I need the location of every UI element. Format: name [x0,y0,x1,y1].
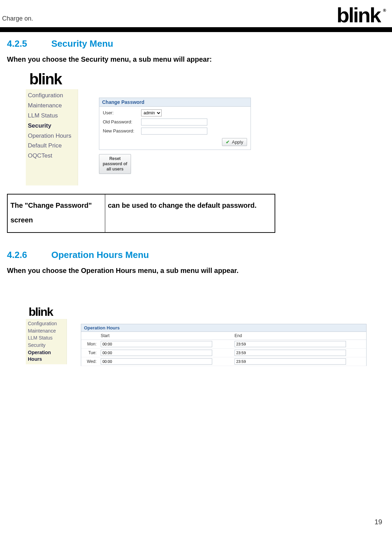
sidebar-operation-hours: Configuration Maintenance LLM Status Sec… [26,319,67,364]
section-heading-security: 4.2.5 Security Menu [7,38,385,49]
day-label: Tue: [81,348,99,357]
day-label: Mon: [81,340,99,348]
sidebar-item-oqctest[interactable]: OQCTest [28,151,76,161]
start-column-header: Start [99,332,232,340]
user-label: User: [103,110,141,115]
section-intro: When you choose the Operation Hours menu… [7,267,385,275]
description-table: The "Change Password" screen can be used… [7,194,275,233]
operation-hours-table: Start End Mon: Tue: [81,332,366,366]
new-password-label: New Password: [103,128,141,134]
apply-button-label: Apply [232,139,243,145]
new-password-input[interactable] [141,128,207,135]
brand-logo-text: blink [337,3,380,27]
brand-logo: blink® [337,7,385,24]
page-header: Charge on. blink® [0,0,392,27]
check-icon: ✔ [226,139,230,145]
panel-title: Operation Hours [81,324,366,332]
sidebar-item-operation-hours[interactable]: Operation Hours [28,349,64,363]
section-number: 4.2.6 [7,250,49,260]
operation-hours-panel: Operation Hours Start End Mon: [81,324,367,366]
sidebar-item-security[interactable]: Security [28,121,76,131]
old-password-input[interactable] [141,119,207,125]
table-row: Tue: [81,348,366,357]
sidebar-item-llm-status[interactable]: LLM Status [28,111,76,121]
end-time-input[interactable] [235,358,346,365]
sidebar-item-llm-status[interactable]: LLM Status [28,334,64,342]
security-screenshot: blink Configuration Maintenance LLM Stat… [26,72,385,185]
section-heading-operation-hours: 4.2.6 Operation Hours Menu [7,250,385,260]
reset-all-passwords-button[interactable]: Reset password of all users [99,154,131,174]
tagline-text: Charge on. [2,15,33,22]
change-password-panel: Change Password User: admin Old Password… [99,98,251,150]
sidebar-item-maintenance[interactable]: Maintenance [28,101,76,111]
end-time-input[interactable] [235,350,346,356]
section-title: Operation Hours Menu [51,250,149,260]
day-label: Wed: [81,357,99,366]
sidebar-item-operation-hours[interactable]: Operation Hours [28,131,76,141]
section-intro: When you choose the Security menu, a sub… [7,55,385,63]
registered-mark: ® [383,9,385,13]
table-row: Wed: [81,357,366,366]
sidebar-item-configuration[interactable]: Configuration [28,320,64,327]
app-logo: blink [29,306,374,317]
table-row: Mon: [81,340,366,348]
section-number: 4.2.5 [7,38,49,49]
sidebar-item-configuration[interactable]: Configuration [28,91,76,101]
sidebar-item-maintenance[interactable]: Maintenance [28,327,64,335]
start-time-input[interactable] [101,350,212,356]
section-title: Security Menu [51,38,113,49]
page-number: 19 [375,518,382,526]
header-divider [0,27,392,32]
sidebar-security: Configuration Maintenance LLM Status Sec… [26,89,78,186]
app-logo: blink [29,72,291,86]
end-time-input[interactable] [235,341,346,347]
start-time-input[interactable] [101,341,212,347]
end-column-header: End [232,332,366,340]
panel-title: Change Password [99,98,251,107]
sidebar-item-security[interactable]: Security [28,342,64,349]
desc-cell-left: The "Change Password" screen [7,194,105,233]
operation-hours-screenshot: blink Configuration Maintenance LLM Stat… [26,306,385,366]
start-time-input[interactable] [101,358,212,365]
old-password-label: Old Password: [103,119,141,124]
desc-cell-right: can be used to change the default passwo… [105,194,275,233]
sidebar-item-default-price[interactable]: Default Price [28,141,76,151]
user-select[interactable]: admin [141,109,162,116]
apply-button[interactable]: ✔ Apply [222,138,247,146]
